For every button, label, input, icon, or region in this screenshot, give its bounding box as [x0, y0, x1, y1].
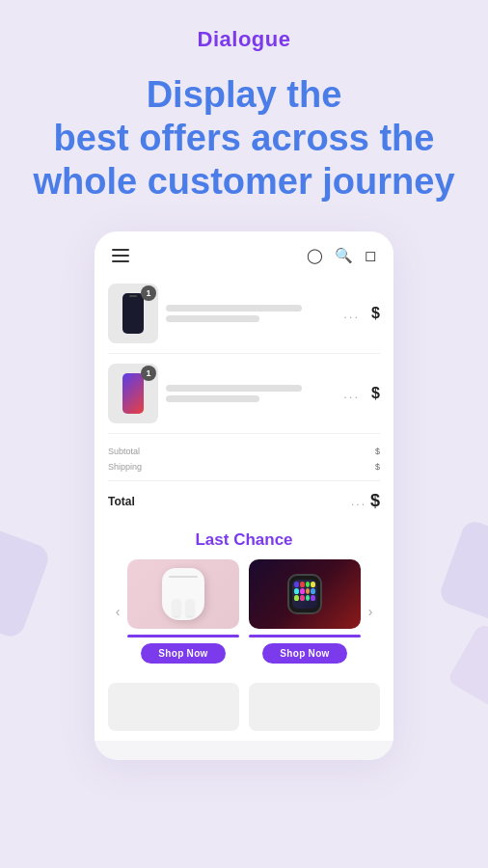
mockup-container: ◯ 🔍 ◻ 1 ... $ — [0, 203, 488, 760]
watch-app-3 — [306, 582, 311, 587]
product-card-watch: Shop Now — [249, 559, 361, 664]
watch-app-11 — [306, 595, 311, 601]
cart-item-image-2: 1 — [108, 364, 158, 423]
total-dots: ... — [135, 495, 366, 508]
item-title-line-2 — [166, 385, 302, 392]
carousel-arrow-left[interactable]: ‹ — [108, 604, 127, 619]
bottom-cards — [95, 673, 393, 741]
hero-line2: best offers across the — [33, 117, 454, 160]
bottom-card-2 — [249, 683, 380, 731]
nav-icons: ◯ 🔍 ◻ — [307, 247, 376, 264]
cart-icon[interactable]: ◻ — [365, 247, 376, 264]
hamburger-line2 — [112, 255, 129, 257]
product-bar-watch — [249, 635, 361, 637]
shop-now-button-airpods[interactable]: Shop Now — [141, 643, 225, 664]
iphone-image — [122, 293, 144, 334]
hero-line3: whole customer journey — [33, 160, 454, 203]
bg-shape-br — [447, 623, 488, 716]
last-chance-title: Last Chance — [108, 530, 380, 550]
airpods-case — [162, 568, 204, 620]
product-bar-airpods — [127, 635, 239, 637]
item-subtitle-line — [166, 315, 259, 322]
cart-item-2: 1 ... $ — [108, 354, 380, 434]
item-quantity-badge-2: 1 — [141, 366, 156, 381]
user-icon[interactable]: ◯ — [307, 247, 323, 264]
airpod-bud-right — [186, 599, 194, 616]
cart-item: 1 ... $ — [108, 274, 380, 354]
cart-summary: Subtotal $ Shipping $ Total ... $ — [95, 434, 393, 519]
cart-item-info-2 — [166, 385, 336, 402]
hero-line1: Display the — [33, 73, 454, 117]
carousel-arrow-right[interactable]: › — [361, 604, 380, 619]
watch-app-7 — [306, 588, 311, 594]
airpods-bg — [127, 559, 239, 629]
watch-product-image — [249, 559, 361, 629]
product-card-airpods: Shop Now — [127, 559, 239, 664]
hamburger-menu[interactable] — [112, 249, 129, 262]
watch-app-12 — [311, 595, 315, 601]
watch-app-6 — [300, 588, 305, 594]
watch-screen — [292, 580, 317, 609]
item-quantity-badge-1: 1 — [141, 285, 156, 301]
cart-items: 1 ... $ 1 ... $ — [95, 274, 393, 434]
item-subtitle-line-2 — [166, 395, 259, 402]
watch-app-5 — [294, 588, 299, 594]
shop-now-button-watch[interactable]: Shop Now — [262, 643, 346, 664]
item-dots-2: ... — [343, 387, 360, 401]
item-dots-1: ... — [343, 307, 360, 321]
phone-nav: ◯ 🔍 ◻ — [95, 231, 393, 274]
watch-app-9 — [294, 595, 299, 601]
watch-app-2 — [300, 582, 305, 587]
item-price-1: $ — [371, 305, 380, 322]
watch-app-1 — [294, 582, 299, 587]
app-logo: Dialogue — [198, 27, 291, 52]
subtotal-label: Subtotal — [108, 447, 140, 456]
cart-item-image-1: 1 — [108, 284, 158, 343]
item-price-2: $ — [371, 385, 380, 402]
bg-shape-right — [437, 519, 488, 630]
product-cards: Shop Now — [127, 559, 361, 664]
watch-app-10 — [300, 595, 305, 601]
watch-bg — [249, 559, 361, 629]
airpods-product-image — [127, 559, 239, 629]
search-icon[interactable]: 🔍 — [335, 247, 353, 264]
hamburger-line3 — [112, 260, 129, 262]
product-carousel: ‹ Shop Now — [108, 559, 380, 664]
summary-divider — [108, 480, 380, 481]
airpod-bud-left — [173, 599, 180, 616]
phone-mockup: ◯ 🔍 ◻ 1 ... $ — [95, 231, 393, 760]
total-label: Total — [108, 495, 135, 508]
last-chance-section: Last Chance ‹ — [95, 519, 393, 673]
total-row: Total ... $ — [108, 487, 380, 519]
cart-item-info-1 — [166, 305, 336, 322]
total-price: $ — [370, 491, 380, 511]
subtotal-row: Subtotal $ — [108, 444, 380, 459]
item-title-line — [166, 305, 302, 312]
watch-app-4 — [311, 582, 315, 587]
shipping-label: Shipping — [108, 462, 142, 472]
bg-shape-left — [0, 517, 52, 640]
colored-phone-image — [122, 373, 144, 414]
bottom-card-1 — [108, 683, 239, 731]
subtotal-value: $ — [375, 447, 380, 456]
hero-title: Display the best offers across the whole… — [14, 73, 474, 203]
hamburger-line1 — [112, 249, 129, 251]
watch-app-8 — [311, 588, 315, 594]
shipping-value: $ — [375, 462, 380, 472]
shipping-row: Shipping $ — [108, 459, 380, 475]
watch-shape — [287, 574, 322, 614]
